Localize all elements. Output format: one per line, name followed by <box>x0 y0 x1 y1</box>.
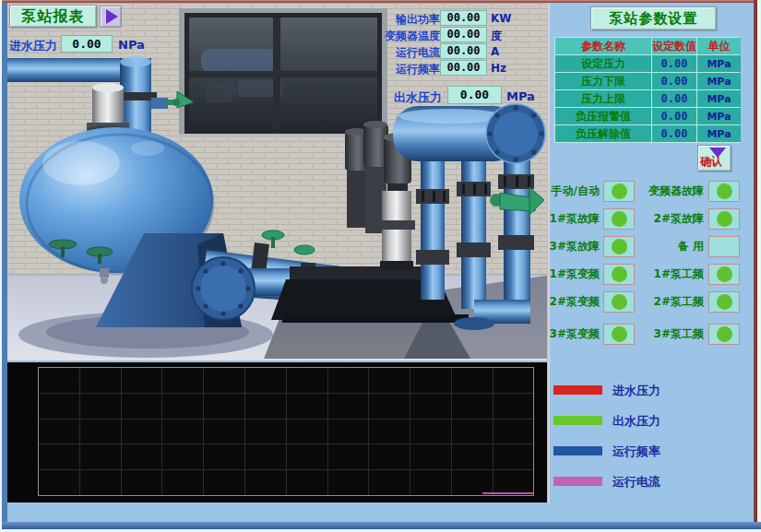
outlet-pressure-label: 出水压力 <box>394 89 442 106</box>
outlet-pressure-value: 0.00 <box>447 86 502 104</box>
inlet-pressure-label: 进水压力 <box>9 38 57 54</box>
status-label-pump2-fault: 2#泵故障 <box>636 211 707 227</box>
param-value-input[interactable]: 0.00 <box>652 55 696 72</box>
lamp-manual-auto <box>603 181 635 202</box>
status-label-pump1-fault: 1#泵故障 <box>542 211 601 227</box>
param-name: 设定压力 <box>555 55 651 72</box>
lamp-pump3-mains <box>708 324 740 345</box>
frame-bottom-edge <box>0 522 761 529</box>
status-row: 1#泵故障 2#泵故障 <box>542 207 742 230</box>
window <box>179 8 387 137</box>
legend-label-running-current: 运行电流 <box>612 474 660 491</box>
param-unit: MPa <box>697 108 741 124</box>
status-label-pump1-vfd: 1#泵变频 <box>542 266 601 282</box>
param-value-input[interactable]: 0.00 <box>652 90 696 107</box>
legend-swatch-running-frequency <box>553 446 602 455</box>
inverter-temp-label: 变频器温度 <box>381 29 440 44</box>
col-header-name: 参数名称 <box>555 38 651 54</box>
status-label-pump3-fault: 3#泵故障 <box>542 239 601 254</box>
lamp-pump2-vfd <box>603 291 635 313</box>
lamp-pump1-fault <box>603 208 635 230</box>
lamp-inverter-fault <box>708 181 740 202</box>
status-label-manual-auto: 手动/自动 <box>542 183 601 199</box>
lamp-dot <box>612 266 627 282</box>
pump-station-hmi: 泵站报表 进水压力 0.00 NPa 输出功率 00.00 KW 变频器温度 0… <box>0 0 761 532</box>
lamp-dot <box>612 211 627 227</box>
legend-label-outlet-pressure: 出水压力 <box>612 413 660 430</box>
legend-label-running-frequency: 运行频率 <box>612 443 660 460</box>
play-triangle-icon <box>106 9 118 24</box>
param-value-input[interactable]: 0.00 <box>652 125 696 142</box>
status-row: 1#泵变频 1#泵工频 <box>542 263 742 285</box>
status-label-pump1-mains: 1#泵工频 <box>636 266 707 282</box>
param-name: 负压解除值 <box>555 125 651 142</box>
confirm-button-label: 确认 <box>700 154 722 170</box>
status-label-pump2-mains: 2#泵工频 <box>636 294 707 310</box>
status-label-pump2-vfd: 2#泵变频 <box>542 294 601 310</box>
lamp-dot <box>612 183 627 199</box>
status-label-spare: 备 用 <box>636 239 707 254</box>
running-current-unit: A <box>491 45 499 58</box>
status-label-pump3-mains: 3#泵工频 <box>636 326 707 342</box>
lamp-pump3-fault <box>603 236 635 257</box>
report-button[interactable]: 泵站报表 <box>9 5 97 28</box>
param-unit: MPa <box>697 73 741 89</box>
current-trace <box>482 492 534 494</box>
settings-panel-title: 泵站参数设置 <box>590 6 717 30</box>
param-unit: MPa <box>697 125 741 142</box>
frame-top-edge <box>0 0 761 3</box>
legend-swatch-inlet-pressure <box>553 385 602 395</box>
status-label-pump3-vfd: 3#泵变频 <box>542 326 601 342</box>
param-name: 压力下限 <box>555 73 651 89</box>
parameter-table: 参数名称 设定数值 单位 设定压力 0.00 MPa 压力下限 0.00 MPa… <box>554 37 740 143</box>
trend-plot-grid <box>38 367 534 496</box>
status-label-inverter-fault: 变频器故障 <box>636 183 707 199</box>
param-value-input[interactable]: 0.00 <box>652 73 696 89</box>
lamp-dot <box>612 294 627 310</box>
trend-chart <box>7 362 547 502</box>
lamp-dot <box>717 294 732 310</box>
lamp-dot <box>612 239 627 254</box>
lamp-spare <box>708 236 740 257</box>
frame-right-outer <box>757 0 761 532</box>
legend-label-inlet-pressure: 进水压力 <box>612 383 660 399</box>
output-power-label: 输出功率 <box>381 12 440 28</box>
param-value-input[interactable]: 0.00 <box>652 108 696 124</box>
lamp-pump1-mains <box>708 264 740 285</box>
lamp-dot <box>717 211 732 227</box>
running-frequency-value: 00.00 <box>440 60 487 76</box>
lamp-pump2-mains <box>708 291 740 313</box>
tank-vent <box>87 83 129 135</box>
report-nav-button[interactable] <box>100 6 122 28</box>
running-frequency-unit: Hz <box>491 62 506 75</box>
lamp-dot <box>717 266 732 282</box>
inverter-temp-unit: 度 <box>491 29 502 44</box>
inlet-pressure-value: 0.00 <box>61 35 113 53</box>
lamp-dot <box>717 183 732 199</box>
col-header-value: 设定数值 <box>652 38 696 54</box>
output-power-value: 00.00 <box>440 10 487 26</box>
lamp-pump2-fault <box>708 208 740 230</box>
param-unit: MPa <box>697 90 741 107</box>
status-row: 手动/自动 变频器故障 <box>542 180 742 202</box>
col-header-unit: 单位 <box>697 38 741 54</box>
confirm-button[interactable]: 确认 <box>697 145 731 171</box>
output-power-unit: KW <box>491 12 512 25</box>
param-name: 压力上限 <box>555 90 651 107</box>
running-current-value: 00.00 <box>440 43 487 59</box>
running-frequency-label: 运行频率 <box>381 62 440 77</box>
lamp-dot <box>717 326 732 342</box>
discharge-manifold <box>393 104 545 163</box>
running-current-label: 运行电流 <box>381 45 440 61</box>
inverter-temp-value: 00.00 <box>440 27 487 42</box>
param-unit: MPa <box>697 55 741 72</box>
status-row: 2#泵变频 2#泵工频 <box>542 290 742 313</box>
lamp-pump3-vfd <box>603 324 635 345</box>
outlet-pressure-unit: MPa <box>506 89 535 103</box>
status-row: 3#泵变频 3#泵工频 <box>542 323 742 345</box>
inlet-pressure-unit: NPa <box>118 38 145 52</box>
legend-swatch-outlet-pressure <box>553 416 602 425</box>
param-name: 负压报警值 <box>555 108 651 124</box>
lamp-dot <box>612 326 627 342</box>
lamp-pump1-vfd <box>603 264 635 285</box>
